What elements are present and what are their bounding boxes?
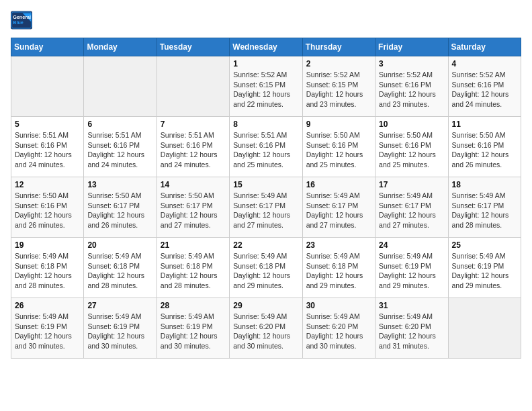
calendar-cell xyxy=(11,56,84,117)
calendar-cell: 16Sunrise: 5:49 AMSunset: 6:17 PMDayligh… xyxy=(302,177,375,238)
day-number: 1 xyxy=(233,59,298,68)
day-info: Sunrise: 5:50 AMSunset: 6:17 PMDaylight:… xyxy=(161,191,226,230)
day-info: Sunrise: 5:50 AMSunset: 6:16 PMDaylight:… xyxy=(306,130,371,170)
calendar-cell: 12Sunrise: 5:50 AMSunset: 6:16 PMDayligh… xyxy=(11,177,84,238)
calendar-cell: 26Sunrise: 5:49 AMSunset: 6:19 PMDayligh… xyxy=(11,298,84,359)
day-info: Sunrise: 5:51 AMSunset: 6:16 PMDaylight:… xyxy=(87,130,152,170)
day-info: Sunrise: 5:49 AMSunset: 6:17 PMDaylight:… xyxy=(233,191,298,230)
calendar-cell: 4Sunrise: 5:52 AMSunset: 6:16 PMDaylight… xyxy=(448,56,521,117)
day-number: 26 xyxy=(15,301,80,310)
day-of-week-header: Sunday xyxy=(11,38,84,56)
day-number: 3 xyxy=(379,59,444,68)
calendar-cell: 20Sunrise: 5:49 AMSunset: 6:18 PMDayligh… xyxy=(84,238,157,298)
calendar-cell: 31Sunrise: 5:49 AMSunset: 6:20 PMDayligh… xyxy=(375,298,448,359)
day-info: Sunrise: 5:49 AMSunset: 6:19 PMDaylight:… xyxy=(87,312,152,351)
calendar-cell: 1Sunrise: 5:52 AMSunset: 6:15 PMDaylight… xyxy=(230,56,302,117)
day-number: 25 xyxy=(452,240,517,250)
calendar-cell: 15Sunrise: 5:49 AMSunset: 6:17 PMDayligh… xyxy=(230,177,302,238)
day-info: Sunrise: 5:52 AMSunset: 6:16 PMDaylight:… xyxy=(379,70,444,109)
day-of-week-header: Saturday xyxy=(448,38,521,56)
day-number: 2 xyxy=(306,59,371,68)
day-number: 14 xyxy=(161,180,226,189)
calendar-header-row: SundayMondayTuesdayWednesdayThursdayFrid… xyxy=(11,38,521,56)
day-info: Sunrise: 5:49 AMSunset: 6:19 PMDaylight:… xyxy=(379,251,444,291)
day-info: Sunrise: 5:52 AMSunset: 6:15 PMDaylight:… xyxy=(233,70,298,109)
day-of-week-header: Friday xyxy=(375,38,448,56)
calendar-cell xyxy=(448,298,521,359)
day-number: 8 xyxy=(233,120,298,129)
day-of-week-header: Wednesday xyxy=(230,38,302,56)
calendar-cell: 5Sunrise: 5:51 AMSunset: 6:16 PMDaylight… xyxy=(11,117,84,177)
day-info: Sunrise: 5:49 AMSunset: 6:17 PMDaylight:… xyxy=(379,191,444,230)
day-info: Sunrise: 5:50 AMSunset: 6:17 PMDaylight:… xyxy=(87,191,152,230)
calendar-week-row: 5Sunrise: 5:51 AMSunset: 6:16 PMDaylight… xyxy=(11,117,521,177)
day-number: 28 xyxy=(161,301,226,310)
logo: General Blue xyxy=(11,11,32,30)
calendar-cell: 23Sunrise: 5:49 AMSunset: 6:18 PMDayligh… xyxy=(302,238,375,298)
day-info: Sunrise: 5:50 AMSunset: 6:16 PMDaylight:… xyxy=(452,130,517,170)
day-info: Sunrise: 5:49 AMSunset: 6:17 PMDaylight:… xyxy=(452,191,517,230)
day-info: Sunrise: 5:50 AMSunset: 6:16 PMDaylight:… xyxy=(379,130,444,170)
svg-text:Blue: Blue xyxy=(13,19,24,26)
day-info: Sunrise: 5:49 AMSunset: 6:17 PMDaylight:… xyxy=(306,191,371,230)
day-number: 22 xyxy=(233,240,298,250)
day-number: 30 xyxy=(306,301,371,310)
day-info: Sunrise: 5:49 AMSunset: 6:18 PMDaylight:… xyxy=(233,251,298,291)
calendar-cell: 19Sunrise: 5:49 AMSunset: 6:18 PMDayligh… xyxy=(11,238,84,298)
day-number: 7 xyxy=(161,120,226,129)
day-number: 18 xyxy=(452,180,517,189)
calendar-week-row: 12Sunrise: 5:50 AMSunset: 6:16 PMDayligh… xyxy=(11,177,521,238)
day-info: Sunrise: 5:52 AMSunset: 6:15 PMDaylight:… xyxy=(306,70,371,109)
day-number: 23 xyxy=(306,240,371,250)
calendar-cell: 17Sunrise: 5:49 AMSunset: 6:17 PMDayligh… xyxy=(375,177,448,238)
day-info: Sunrise: 5:51 AMSunset: 6:16 PMDaylight:… xyxy=(161,130,226,170)
day-number: 6 xyxy=(87,120,152,129)
day-info: Sunrise: 5:49 AMSunset: 6:20 PMDaylight:… xyxy=(233,312,298,351)
day-number: 29 xyxy=(233,301,298,310)
day-number: 10 xyxy=(379,120,444,129)
calendar-cell: 24Sunrise: 5:49 AMSunset: 6:19 PMDayligh… xyxy=(375,238,448,298)
calendar-table: SundayMondayTuesdayWednesdayThursdayFrid… xyxy=(11,38,521,359)
day-number: 16 xyxy=(306,180,371,189)
calendar-cell: 3Sunrise: 5:52 AMSunset: 6:16 PMDaylight… xyxy=(375,56,448,117)
day-info: Sunrise: 5:51 AMSunset: 6:16 PMDaylight:… xyxy=(15,130,80,170)
day-number: 12 xyxy=(15,180,80,189)
day-info: Sunrise: 5:51 AMSunset: 6:16 PMDaylight:… xyxy=(233,130,298,170)
day-number: 24 xyxy=(379,240,444,250)
day-info: Sunrise: 5:49 AMSunset: 6:19 PMDaylight:… xyxy=(15,312,80,351)
calendar-cell: 28Sunrise: 5:49 AMSunset: 6:19 PMDayligh… xyxy=(157,298,229,359)
calendar-week-row: 19Sunrise: 5:49 AMSunset: 6:18 PMDayligh… xyxy=(11,238,521,298)
day-of-week-header: Thursday xyxy=(302,38,375,56)
day-number: 15 xyxy=(233,180,298,189)
day-info: Sunrise: 5:49 AMSunset: 6:18 PMDaylight:… xyxy=(15,251,80,291)
calendar-cell: 27Sunrise: 5:49 AMSunset: 6:19 PMDayligh… xyxy=(84,298,157,359)
calendar-cell: 7Sunrise: 5:51 AMSunset: 6:16 PMDaylight… xyxy=(157,117,229,177)
page-header: General Blue xyxy=(11,11,521,30)
day-info: Sunrise: 5:52 AMSunset: 6:16 PMDaylight:… xyxy=(452,70,517,109)
logo-icon: General Blue xyxy=(11,11,32,30)
calendar-cell: 18Sunrise: 5:49 AMSunset: 6:17 PMDayligh… xyxy=(448,177,521,238)
day-number: 4 xyxy=(452,59,517,68)
day-number: 20 xyxy=(87,240,152,250)
calendar-cell: 14Sunrise: 5:50 AMSunset: 6:17 PMDayligh… xyxy=(157,177,229,238)
day-number: 27 xyxy=(87,301,152,310)
calendar-cell: 29Sunrise: 5:49 AMSunset: 6:20 PMDayligh… xyxy=(230,298,302,359)
calendar-cell: 10Sunrise: 5:50 AMSunset: 6:16 PMDayligh… xyxy=(375,117,448,177)
day-info: Sunrise: 5:49 AMSunset: 6:18 PMDaylight:… xyxy=(161,251,226,291)
day-info: Sunrise: 5:49 AMSunset: 6:19 PMDaylight:… xyxy=(452,251,517,291)
calendar-cell xyxy=(84,56,157,117)
day-number: 17 xyxy=(379,180,444,189)
calendar-cell: 8Sunrise: 5:51 AMSunset: 6:16 PMDaylight… xyxy=(230,117,302,177)
calendar-cell: 11Sunrise: 5:50 AMSunset: 6:16 PMDayligh… xyxy=(448,117,521,177)
calendar-cell: 13Sunrise: 5:50 AMSunset: 6:17 PMDayligh… xyxy=(84,177,157,238)
day-info: Sunrise: 5:49 AMSunset: 6:19 PMDaylight:… xyxy=(161,312,226,351)
day-of-week-header: Monday xyxy=(84,38,157,56)
day-number: 13 xyxy=(87,180,152,189)
day-number: 5 xyxy=(15,120,80,129)
day-info: Sunrise: 5:49 AMSunset: 6:20 PMDaylight:… xyxy=(379,312,444,351)
calendar-cell: 25Sunrise: 5:49 AMSunset: 6:19 PMDayligh… xyxy=(448,238,521,298)
calendar-cell: 30Sunrise: 5:49 AMSunset: 6:20 PMDayligh… xyxy=(302,298,375,359)
calendar-cell: 2Sunrise: 5:52 AMSunset: 6:15 PMDaylight… xyxy=(302,56,375,117)
day-number: 11 xyxy=(452,120,517,129)
calendar-week-row: 1Sunrise: 5:52 AMSunset: 6:15 PMDaylight… xyxy=(11,56,521,117)
